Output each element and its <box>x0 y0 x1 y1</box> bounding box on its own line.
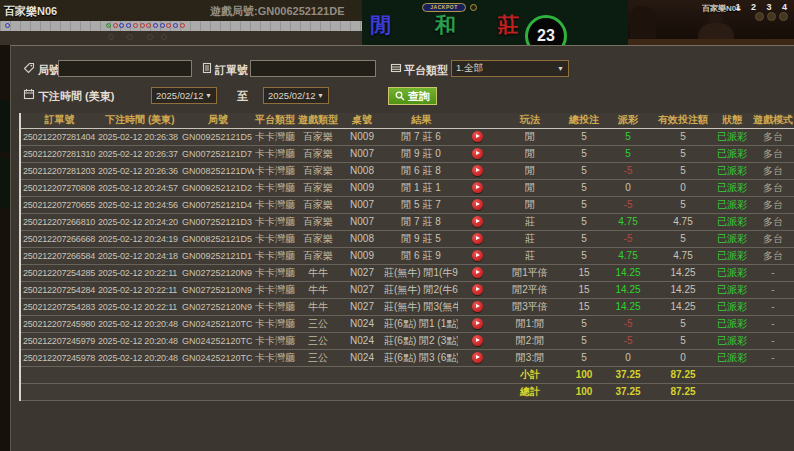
bet-time-label: 下注時間 (美東) <box>38 89 114 104</box>
replay-icon[interactable] <box>472 267 483 278</box>
roadmap-bead <box>173 23 178 28</box>
roadmap-bead <box>140 23 145 28</box>
replay-icon[interactable] <box>472 131 483 142</box>
table-row: 2502122072708082025-02-12 20:24:57GN0092… <box>20 179 794 196</box>
bet-history-table-wrap: 訂單號下注時間 (美東)局號平台類型遊戲類型桌號結果玩法總投注派彩有效投注額狀態… <box>19 113 794 401</box>
table-row: 2502122072814042025-02-12 20:26:38GN0092… <box>20 128 794 145</box>
date-to-label: 至 <box>237 89 248 104</box>
order-icon <box>201 62 213 74</box>
table-row: 2502122072542832025-02-12 20:22:11GN0272… <box>20 298 794 315</box>
replay-icon[interactable] <box>472 148 483 159</box>
roadmap-bead <box>113 23 118 28</box>
table-row: 2502122072665842025-02-12 20:24:18GN0092… <box>20 247 794 264</box>
roadmap-bead <box>133 23 138 28</box>
table-body: 2502122072814042025-02-12 20:26:38GN0092… <box>20 128 794 366</box>
chip-icon <box>767 12 776 21</box>
replay-icon[interactable] <box>472 199 483 210</box>
bet-banker-button[interactable]: 莊 <box>498 11 519 39</box>
replay-icon[interactable] <box>472 165 483 176</box>
game-topbar: 百家樂N06 遊戲局號:GN006252121DE <box>0 0 362 21</box>
date-from-value: 2025/02/12 <box>156 90 204 101</box>
countdown-timer: 23 <box>525 15 567 45</box>
replay-icon[interactable] <box>472 335 483 346</box>
bet-history-table: 訂單號下注時間 (美東)局號平台類型遊戲類型桌號結果玩法總投注派彩有效投注額狀態… <box>19 113 794 401</box>
grandtotal-total: 100 <box>564 383 604 400</box>
bet-tie-button[interactable]: 和 <box>435 11 456 39</box>
table-row: 2502122072813102025-02-12 20:26:37GN0072… <box>20 145 794 162</box>
chip-row <box>755 12 788 21</box>
date-to-picker[interactable]: 2025/02/12 ▼ <box>263 87 329 104</box>
seat-numbers: 1 2 3 4 <box>735 2 791 12</box>
platform-select[interactable]: 1.全部 ▼ <box>451 60 569 77</box>
search-button[interactable]: 查詢 <box>388 87 437 105</box>
roadmap-strip <box>0 21 362 31</box>
subtotal-payout: 37.25 <box>604 366 652 383</box>
order-label: 訂單號 <box>215 63 248 78</box>
date-to-value: 2025/02/12 <box>268 90 316 101</box>
chip-icon <box>755 12 764 21</box>
subtotal-label: 小計 <box>496 366 564 383</box>
table-row: 2502122072666682025-02-12 20:24:19GN0082… <box>20 230 794 247</box>
chip-icon <box>779 12 788 21</box>
platform-icon <box>390 62 402 74</box>
table-row: 2502122072542852025-02-12 20:22:11GN0272… <box>20 264 794 281</box>
replay-icon[interactable] <box>472 216 483 227</box>
calendar-icon <box>23 88 35 100</box>
replay-icon[interactable] <box>472 182 483 193</box>
grandtotal-payout: 37.25 <box>604 383 652 400</box>
table-row: 2502122072668102025-02-12 20:24:20GN0072… <box>20 213 794 230</box>
round-input[interactable] <box>58 60 192 77</box>
chevron-down-icon: ▼ <box>557 65 564 72</box>
roadmap-bead <box>166 23 171 28</box>
search-icon <box>395 91 405 101</box>
table-header-row: 訂單號下注時間 (美東)局號平台類型遊戲類型桌號結果玩法總投注派彩有效投注額狀態… <box>20 113 794 128</box>
chevron-down-icon: ▼ <box>317 92 324 99</box>
roadmap-bead <box>106 23 111 28</box>
order-input[interactable] <box>250 60 376 77</box>
roadmap-bead <box>126 23 131 28</box>
replay-icon[interactable] <box>472 301 483 312</box>
replay-icon[interactable] <box>472 233 483 244</box>
table-row: 2502122072459792025-02-12 20:20:48GN0242… <box>20 332 794 349</box>
replay-icon[interactable] <box>472 352 483 363</box>
roadmap-bead <box>153 23 158 28</box>
subtotal-valid: 87.25 <box>652 366 714 383</box>
replay-icon[interactable] <box>472 250 483 261</box>
bet-record-panel: 局號 訂單號 平台類型 1.全部 ▼ <box>10 45 794 451</box>
subtotal-row: 小計 100 37.25 87.25 <box>20 366 794 383</box>
grandtotal-row: 總計 100 37.25 87.25 <box>20 383 794 400</box>
roadmap-bead <box>160 23 165 28</box>
game-title: 百家樂N06 <box>4 4 57 19</box>
subtotal-total: 100 <box>564 366 604 383</box>
roadmap-bead <box>119 23 124 28</box>
roadmap-bead <box>180 23 185 28</box>
bet-player-button[interactable]: 閒 <box>370 11 391 39</box>
replay-icon[interactable] <box>472 284 483 295</box>
search-button-label: 查詢 <box>408 89 430 104</box>
game-left-sliver-2 <box>0 158 10 208</box>
app-screen: 百家樂N06 遊戲局號:GN006252121DE 閒 JACKPOT 和 莊 … <box>0 0 794 451</box>
table-row: 2502122072542842025-02-12 20:22:11GN0272… <box>20 281 794 298</box>
platform-select-value: 1.全部 <box>456 62 483 75</box>
bet-zone: 閒 JACKPOT 和 莊 23 <box>362 0 628 45</box>
chevron-down-icon: ▼ <box>205 92 212 99</box>
table-row: 2502122072812032025-02-12 20:26:36GN0082… <box>20 162 794 179</box>
table-row: 2502122072459782025-02-12 20:20:48GN0242… <box>20 349 794 366</box>
table-row: 2502122072459802025-02-12 20:20:48GN0242… <box>20 315 794 332</box>
game-round-id: 遊戲局號:GN006252121DE <box>210 4 345 19</box>
roadmap-bead <box>146 23 151 28</box>
game-left-sliver <box>0 100 10 152</box>
grandtotal-valid: 87.25 <box>652 383 714 400</box>
date-from-picker[interactable]: 2025/02/12 ▼ <box>151 87 217 104</box>
dealer-video: 百家樂N06 1 2 3 4 <box>628 0 794 45</box>
grandtotal-label: 總計 <box>496 383 564 400</box>
tag-icon <box>23 62 35 74</box>
roadmap-lower <box>0 31 362 45</box>
platform-label: 平台類型 <box>404 63 448 78</box>
roadmap-bead <box>5 23 10 28</box>
round-label: 局號 <box>38 63 60 78</box>
jackpot-info-icon <box>470 4 477 11</box>
table-row: 2502122072706552025-02-12 20:24:56GN0072… <box>20 196 794 213</box>
replay-icon[interactable] <box>472 318 483 329</box>
search-form: 局號 訂單號 平台類型 1.全部 ▼ <box>11 46 794 113</box>
